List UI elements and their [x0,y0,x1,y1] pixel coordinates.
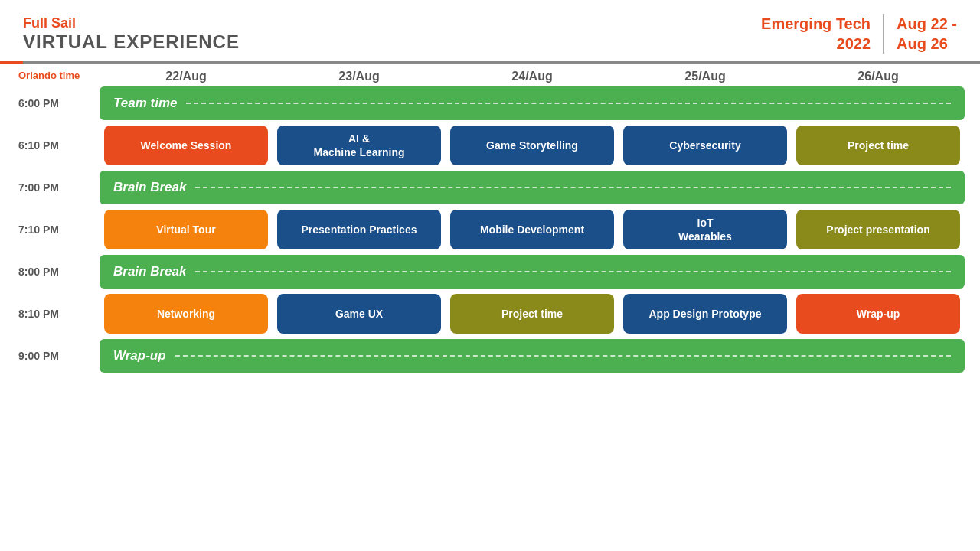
project-time-2-button[interactable]: Project time [450,294,614,334]
cell-710-2: Presentation Practices [273,207,446,252]
time-800pm: 8:00 PM [15,266,100,278]
cybersecurity-button[interactable]: Cybersecurity [623,126,787,165]
cell-810-2: Game UX [273,292,446,336]
page: Full Sail VIRTUAL EXPERIENCE Emerging Te… [0,0,980,551]
dashed-line-2 [195,187,951,188]
col-day-2: 23/Aug [273,70,446,83]
time-700pm: 7:00 PM [15,181,100,194]
header-right: Emerging Tech2022 Aug 22 -Aug 26 [761,14,957,54]
networking-button[interactable]: Networking [104,294,268,334]
presentation-practices-button[interactable]: Presentation Practices [277,210,441,249]
cell-810-4: App Design Prototype [619,292,792,336]
cell-710-5: Project presentation [792,207,965,252]
brain-break-1-bar: Brain Break [100,171,965,204]
header: Full Sail VIRTUAL EXPERIENCE Emerging Te… [0,0,980,61]
brain-break-2-label: Brain Break [113,264,186,279]
col-day-4: 25/Aug [619,70,792,83]
team-time-label: Team time [113,96,177,111]
brain-break-1-label: Brain Break [113,180,186,195]
ai-ml-button[interactable]: AI &Machine Learning [277,126,441,165]
time-610pm: 6:10 PM [15,139,100,152]
cell-810-1: Networking [100,292,273,336]
wrapup-bar: Wrap-up [100,339,965,373]
cell-610-2: AI &Machine Learning [273,123,446,168]
row-900pm: 9:00 PM Wrap-up [15,339,965,373]
cell-610-4: Cybersecurity [619,123,792,168]
team-time-bar: Team time [100,86,965,120]
cell-710-3: Mobile Development [446,207,619,252]
schedule: Orlando time 22/Aug 23/Aug 24/Aug 25/Aug… [0,64,980,551]
virtual-tour-button[interactable]: Virtual Tour [104,210,268,249]
cell-610-1: Welcome Session [100,123,273,168]
dashed-line-1 [186,103,951,104]
cell-710-1: Virtual Tour [100,207,273,252]
mobile-development-button[interactable]: Mobile Development [450,210,614,249]
project-time-1-button[interactable]: Project time [796,126,960,165]
row-700pm: 7:00 PM Brain Break [15,171,965,204]
dashed-line-3 [195,271,951,272]
project-presentation-button[interactable]: Project presentation [796,210,960,249]
row-800pm: 8:00 PM Brain Break [15,255,965,289]
welcome-session-button[interactable]: Welcome Session [104,126,268,165]
dashed-line-4 [175,355,951,357]
brain-break-2-bar: Brain Break [100,255,965,289]
event-name: Emerging Tech2022 [761,14,884,54]
row-610pm: 6:10 PM Welcome Session AI &Machine Lear… [15,123,965,168]
brand-top: Full Sail [23,15,240,31]
cell-810-3: Project time [446,292,619,336]
column-headers: Orlando time 22/Aug 23/Aug 24/Aug 25/Aug… [15,64,965,86]
header-left: Full Sail VIRTUAL EXPERIENCE [23,15,240,53]
time-710pm: 7:10 PM [15,223,100,236]
row-600pm: 6:00 PM Team time [15,86,965,120]
time-600pm: 6:00 PM [15,97,100,109]
app-design-prototype-button[interactable]: App Design Prototype [623,294,787,334]
col-day-1: 22/Aug [100,70,273,83]
col-day-3: 24/Aug [446,70,619,83]
brand-bottom: VIRTUAL EXPERIENCE [23,31,240,53]
col-day-5: 26/Aug [792,70,965,83]
time-column-label: Orlando time [15,70,100,83]
cell-610-3: Game Storytelling [446,123,619,168]
game-ux-button[interactable]: Game UX [277,294,441,334]
cell-810-5: Wrap-up [792,292,965,336]
time-900pm: 9:00 PM [15,350,100,362]
iot-wearables-button[interactable]: IoTWearables [623,210,787,249]
time-810pm: 8:10 PM [15,308,100,320]
row-710pm: 7:10 PM Virtual Tour Presentation Practi… [15,207,965,252]
row-810pm: 8:10 PM Networking Game UX Project time … [15,292,965,336]
cell-710-4: IoTWearables [619,207,792,252]
event-dates: Aug 22 -Aug 26 [884,14,957,54]
wrapup-label: Wrap-up [113,348,166,364]
wrap-up-button[interactable]: Wrap-up [796,294,960,334]
game-storytelling-button[interactable]: Game Storytelling [450,126,614,165]
cell-610-5: Project time [792,123,965,168]
